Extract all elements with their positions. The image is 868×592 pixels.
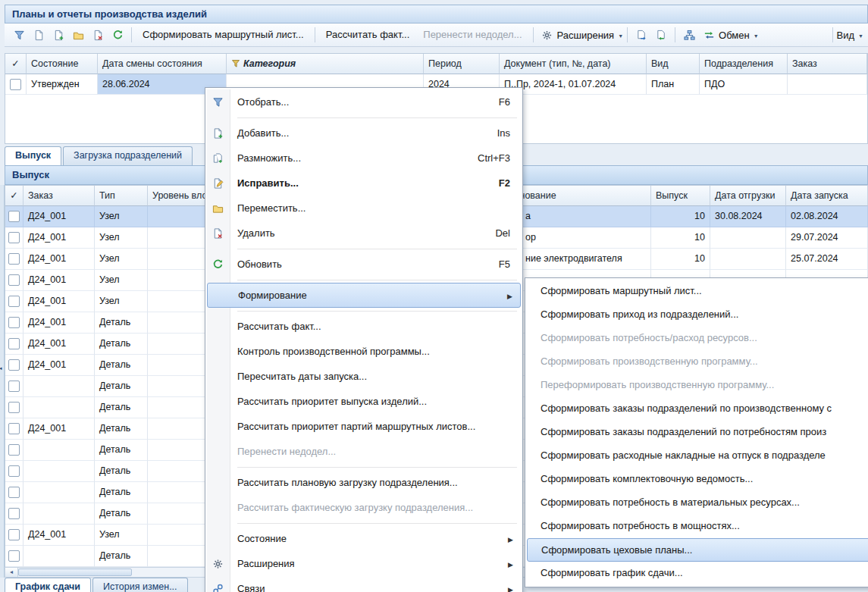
menu-item-formirovanie[interactable]: Формирование — [207, 283, 521, 308]
move-button[interactable] — [68, 26, 88, 44]
row-checkbox[interactable] — [8, 508, 20, 519]
cell-type[interactable]: Деталь — [95, 397, 148, 418]
column-category[interactable]: Категория — [227, 54, 424, 74]
row-checkbox[interactable] — [8, 402, 20, 413]
import-document-button[interactable] — [651, 26, 671, 44]
cell-order[interactable] — [24, 503, 95, 525]
cell-order[interactable] — [24, 397, 95, 418]
cell-order[interactable] — [24, 440, 95, 461]
row-check-cell[interactable] — [5, 418, 24, 440]
cell-order[interactable]: Д24_001 — [24, 206, 95, 227]
add-button[interactable] — [29, 26, 49, 44]
cell-type[interactable]: Узел — [95, 249, 148, 270]
column-divisions[interactable]: Подразделения — [700, 54, 788, 74]
tab-grafik-sdachi[interactable]: График сдачи — [5, 578, 91, 592]
column-ship-date[interactable]: Дата отгрузки — [710, 186, 786, 206]
left-splitter[interactable] — [0, 185, 5, 578]
cell-type[interactable]: Узел — [95, 525, 148, 546]
column-order[interactable]: Заказ — [24, 186, 95, 206]
submenu-item-komplektovochnaya[interactable]: Сформировать комплектовочную ведомость..… — [527, 468, 868, 491]
filter-button[interactable] — [9, 26, 29, 44]
cell-order[interactable] — [24, 376, 95, 397]
menu-item-svyazi[interactable]: Связи — [207, 576, 521, 592]
row-checkbox[interactable] — [8, 211, 20, 222]
row-check-cell[interactable] — [5, 249, 24, 270]
scrollbar-thumb[interactable] — [18, 569, 132, 576]
row-checkbox[interactable] — [8, 317, 20, 328]
cell-type[interactable]: Узел — [95, 291, 148, 312]
tab-zagruzka-podrazdeleniy[interactable]: Загрузка подразделений — [63, 146, 193, 165]
column-kind[interactable]: Вид — [647, 54, 700, 74]
row-check-cell[interactable] — [5, 525, 24, 546]
tab-istoria-izmeneniy[interactable]: История измен... — [92, 578, 188, 592]
cell-order[interactable]: Д24_001 — [24, 270, 95, 291]
cell-type[interactable]: Деталь — [95, 440, 148, 461]
submenu-item-zakazy-po-potrebnostyam[interactable]: Сформировать заказы подразделений по пот… — [527, 421, 868, 444]
cell-type[interactable]: Деталь — [95, 461, 148, 482]
row-check-cell[interactable] — [5, 74, 27, 95]
row-checkbox[interactable] — [8, 338, 20, 349]
menu-item-peremestit[interactable]: Переместить... — [207, 196, 521, 221]
row-check-cell[interactable] — [5, 461, 24, 482]
cell-type[interactable]: Деталь — [95, 376, 148, 397]
row-check-cell[interactable] — [5, 376, 24, 397]
menu-item-ispravit[interactable]: Исправить... F2 — [207, 171, 521, 196]
cell-type[interactable]: Деталь — [95, 482, 148, 503]
row-checkbox[interactable] — [8, 487, 20, 498]
row-check-cell[interactable] — [5, 503, 24, 525]
view-dropdown[interactable]: Вид — [837, 30, 863, 41]
cell-order[interactable]: Д24_001 — [24, 312, 95, 334]
menu-item-prioritet-izdeliy[interactable]: Рассчитать приоритет выпуска изделий... — [207, 389, 521, 414]
menu-item-obnovit[interactable]: Обновить F5 — [207, 252, 521, 277]
row-check-cell[interactable] — [5, 355, 24, 376]
cell-divisions[interactable]: ПДО — [700, 74, 788, 95]
cell-order[interactable] — [24, 461, 95, 482]
row-check-cell[interactable] — [5, 334, 24, 355]
row-checkbox[interactable] — [8, 529, 20, 540]
row-check-cell[interactable] — [5, 546, 24, 567]
duplicate-button[interactable] — [49, 26, 68, 44]
cell-type[interactable]: Деталь — [95, 312, 148, 334]
cell-type[interactable]: Узел — [95, 270, 148, 291]
cell-output[interactable]: 10 — [651, 206, 710, 227]
row-checkbox[interactable] — [8, 444, 20, 456]
menu-item-rasshireniya[interactable]: Расширения — [207, 551, 521, 576]
cell-type[interactable]: Деталь — [95, 418, 148, 440]
menu-item-rasschitat-fakt[interactable]: Рассчитать факт... — [207, 314, 521, 339]
row-check-cell[interactable] — [5, 227, 24, 249]
row-check-cell[interactable] — [5, 482, 24, 503]
cell-launch-date[interactable]: 25.07.2024 — [786, 249, 868, 270]
row-checkbox[interactable] — [8, 296, 20, 307]
menu-item-prioritet-partiy[interactable]: Рассчитать приоритет партий маршрутных л… — [207, 414, 521, 439]
cell-output[interactable]: 10 — [651, 227, 710, 249]
cell-order[interactable]: Д24_001 — [24, 525, 95, 546]
cell-launch-date[interactable]: 29.07.2024 — [786, 227, 868, 249]
cell-order[interactable] — [24, 482, 95, 503]
submenu-item-prihod[interactable]: Сформировать приход из подразделений... — [527, 303, 868, 327]
column-check[interactable]: ✓ — [5, 186, 24, 206]
cell-order[interactable]: Д24_001 — [24, 334, 95, 355]
submenu-item-rashodnye-nakladnye[interactable]: Сформировать расходные накладные на отпу… — [527, 444, 868, 468]
submenu-item-material-resursy[interactable]: Сформировать потребность в материальных … — [527, 491, 868, 515]
cell-ship-date[interactable] — [710, 227, 786, 249]
row-checkbox[interactable] — [8, 359, 20, 371]
structure-button[interactable] — [679, 26, 699, 44]
row-checkbox[interactable] — [8, 253, 20, 265]
column-period[interactable]: Период — [424, 54, 500, 74]
menu-item-planovaya-zagruzka[interactable]: Рассчитать плановую загрузку подразделен… — [207, 470, 521, 495]
calc-fact-button[interactable]: Рассчитать факт... — [319, 26, 417, 44]
row-checkbox[interactable] — [8, 274, 20, 286]
column-type[interactable]: Тип — [95, 186, 148, 206]
row-check-cell[interactable] — [5, 291, 24, 312]
row-check-cell[interactable] — [5, 270, 24, 291]
menu-item-sostoyanie[interactable]: Состояние — [207, 526, 521, 551]
column-state-date[interactable]: Дата смены состояния — [98, 54, 227, 74]
submenu-item-grafik-sdachi[interactable]: Сформировать график сдачи... — [527, 562, 868, 585]
cell-order[interactable]: Д24_001 — [24, 355, 95, 376]
menu-item-otobrat[interactable]: Отобрать... F6 — [207, 89, 521, 114]
row-checkbox[interactable] — [8, 423, 20, 434]
cell-kind[interactable]: План — [647, 74, 700, 95]
exchange-dropdown[interactable]: Обмен — [699, 26, 759, 44]
cell-order[interactable]: Д24_001 — [24, 227, 95, 249]
row-checkbox[interactable] — [8, 232, 20, 243]
